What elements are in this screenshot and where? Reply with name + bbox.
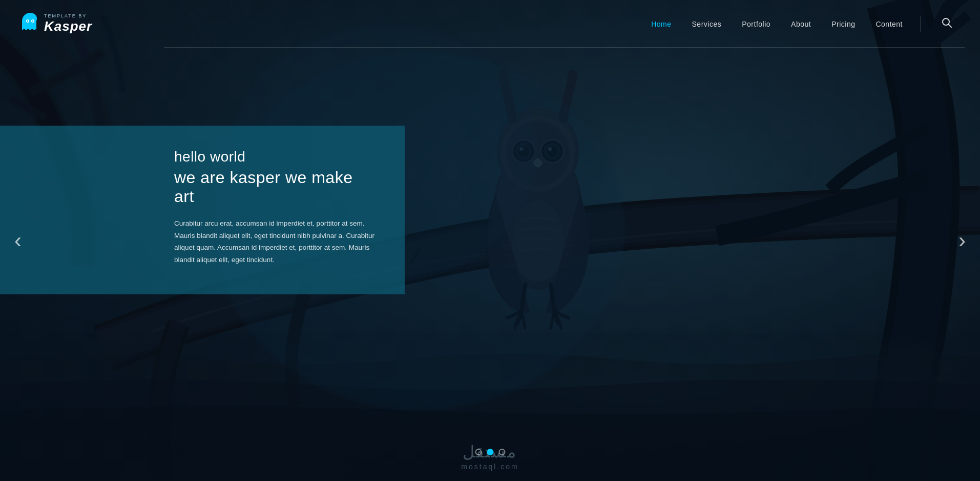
nav-link-pricing[interactable]: Pricing [831, 20, 855, 28]
sidebar-item-content[interactable]: Content [865, 19, 913, 29]
prev-arrow-icon: ‹ [14, 228, 22, 253]
brand[interactable]: TEMPLATE BY Kasper [20, 12, 92, 36]
nav-link-services[interactable]: Services [692, 20, 722, 28]
slide-description: Curabitur arcu erat, accumsan id imperdi… [174, 217, 377, 266]
svg-line-31 [949, 25, 952, 28]
navbar-bottom-line [164, 47, 965, 48]
navbar: TEMPLATE BY Kasper Home Services Portfol… [0, 0, 980, 48]
watermark-latin: mostaql.com [461, 463, 518, 471]
slide-title: we are kasper we make art [174, 168, 377, 206]
sidebar-item-about[interactable]: About [781, 19, 821, 29]
ghost-icon [20, 12, 40, 36]
watermark-arabic: مستقل [461, 442, 518, 462]
next-arrow-icon: › [958, 228, 966, 253]
svg-point-29 [32, 20, 34, 22]
nav-link-portfolio[interactable]: Portfolio [742, 20, 770, 28]
nav-link-about[interactable]: About [791, 20, 811, 28]
prev-arrow-button[interactable]: ‹ [5, 223, 31, 258]
sidebar-item-portfolio[interactable]: Portfolio [732, 19, 781, 29]
slide-hello: hello world [174, 149, 377, 165]
svg-point-28 [27, 20, 29, 22]
nav-menu: Home Services Portfolio About Pricing Co… [641, 16, 965, 32]
search-button[interactable] [929, 17, 965, 30]
brand-name: Kasper [44, 19, 92, 34]
sidebar-item-home[interactable]: Home [641, 19, 681, 29]
sidebar-item-pricing[interactable]: Pricing [821, 19, 865, 29]
nav-link-home[interactable]: Home [651, 20, 671, 28]
nav-link-content[interactable]: Content [875, 20, 903, 28]
sidebar-item-services[interactable]: Services [682, 19, 732, 29]
nav-divider [921, 16, 921, 32]
next-arrow-button[interactable]: › [949, 223, 975, 258]
watermark: مستقل mostaql.com [461, 442, 518, 471]
search-icon[interactable] [939, 17, 954, 32]
slide-content-box: hello world we are kasper we make art Cu… [0, 126, 405, 294]
